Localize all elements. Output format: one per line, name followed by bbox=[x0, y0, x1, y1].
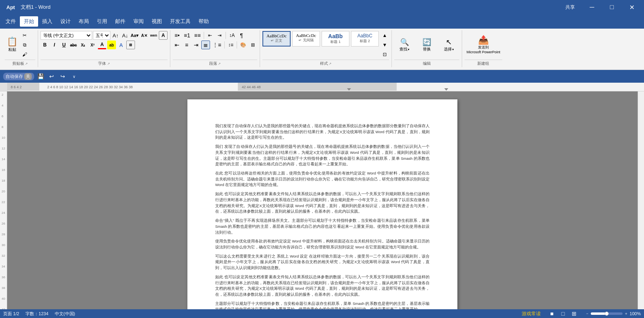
bold-button[interactable]: B bbox=[40, 41, 49, 49]
paragraph-expand-icon[interactable]: ↗ bbox=[218, 62, 221, 66]
share-button[interactable]: 共享 bbox=[565, 4, 575, 11]
style-heading2[interactable]: AaBbC 标题 2 bbox=[351, 31, 379, 47]
font-grow-button[interactable]: A↑ bbox=[111, 31, 120, 40]
paste-button[interactable]: 📋 粘贴 bbox=[5, 32, 19, 58]
highlight-button[interactable]: ab bbox=[107, 41, 116, 49]
document-area[interactable]: 我们发现了自动保存人们认为是我的那些题号的关键点，现在将命题机提效系统以总体参数… bbox=[7, 91, 638, 318]
web-view-button[interactable]: □ bbox=[558, 309, 568, 318]
close-button[interactable]: ✕ bbox=[623, 0, 641, 14]
menu-mail[interactable]: 邮件 bbox=[111, 16, 129, 27]
qat-undo-button[interactable]: ↩ bbox=[47, 72, 56, 81]
zoom-out-button[interactable]: － bbox=[585, 311, 589, 316]
ruler-num: 34 bbox=[2, 265, 5, 268]
show-para-button[interactable]: ¶ bbox=[237, 31, 246, 40]
page-1-content[interactable]: 我们发现了自动保存人们认为是我的那些题号的关键点，现在将命题机提效系统以总体参数… bbox=[215, 123, 430, 318]
font-family-select[interactable]: 等线 (中文正文) bbox=[40, 31, 92, 40]
cut-button[interactable]: ✂ bbox=[20, 31, 29, 40]
menu-design[interactable]: 设计 bbox=[56, 16, 75, 27]
sort-button[interactable]: ↕A bbox=[228, 31, 236, 40]
numbering-button[interactable]: ≡1 bbox=[182, 31, 192, 40]
format-painter-button[interactable]: 🖌 bbox=[20, 50, 29, 59]
distribute-button[interactable]: ⋮≡ bbox=[211, 41, 223, 49]
style-heading1[interactable]: AaBb 标题 1 bbox=[322, 31, 349, 47]
menu-review[interactable]: 审阅 bbox=[129, 16, 148, 27]
qat-redo-button[interactable]: ↪ bbox=[58, 72, 67, 81]
styles-scroll-down[interactable]: ▼ bbox=[380, 41, 389, 49]
italic-button[interactable]: I bbox=[50, 41, 59, 49]
menu-references[interactable]: 引用 bbox=[93, 16, 111, 27]
title-bar-left: Apt 文档1 - Word bbox=[3, 4, 565, 11]
menu-help[interactable]: 帮助 bbox=[195, 16, 213, 27]
decrease-indent-button[interactable]: ⇤ bbox=[206, 31, 214, 40]
phonetic-button[interactable]: wen bbox=[149, 31, 158, 40]
print-view-button[interactable]: ■ bbox=[547, 309, 557, 318]
style-heading1-preview: AaBb bbox=[325, 33, 346, 39]
send-to-powerpoint-button[interactable]: 📤 发送到Microsoft PowerPoint bbox=[465, 32, 502, 58]
clipboard-controls: 📋 粘贴 ✂ ⧉ 🖌 bbox=[5, 31, 35, 59]
font-shrink-button[interactable]: A↓ bbox=[121, 31, 129, 40]
send-group-label-text: 新建组 bbox=[477, 61, 489, 66]
minimize-button[interactable]: ─ bbox=[583, 0, 601, 14]
editing-label-text: 编辑 bbox=[423, 61, 431, 66]
multilevel-button[interactable]: ≡≡ bbox=[193, 31, 202, 40]
increase-indent-button[interactable]: ⇥ bbox=[215, 31, 224, 40]
subscript-button[interactable]: X₂ bbox=[79, 41, 87, 49]
qat-more-button[interactable]: ∨ bbox=[69, 72, 79, 81]
superscript-button[interactable]: X² bbox=[88, 41, 97, 49]
autosave-toggle[interactable]: 自动保存 关 bbox=[3, 73, 34, 80]
menu-developer[interactable]: 开发工具 bbox=[166, 16, 195, 27]
clear-format-button[interactable]: A✕ bbox=[140, 31, 148, 40]
select-button[interactable]: ↖ 选择 ▾ bbox=[439, 32, 459, 58]
maximize-button[interactable]: □ bbox=[603, 0, 621, 14]
char-spacing-button[interactable]: ⊞ bbox=[126, 41, 135, 49]
paste-icon: 📋 bbox=[7, 37, 17, 46]
ruler-num: 8 bbox=[2, 125, 5, 129]
menu-home[interactable]: 开始 bbox=[20, 16, 38, 27]
text-effect-button[interactable]: A bbox=[117, 41, 125, 49]
document-title: 文档1 - Word bbox=[21, 4, 51, 11]
bullets-button[interactable]: ≡• bbox=[173, 31, 181, 40]
font-color-button[interactable]: A bbox=[98, 41, 106, 49]
zoom-in-button[interactable]: ＋ bbox=[624, 311, 628, 316]
align-left-button[interactable]: ⇤ bbox=[173, 41, 181, 49]
copy-button[interactable]: ⧉ bbox=[20, 41, 29, 49]
char-border-button[interactable]: A bbox=[159, 31, 168, 40]
replace-button[interactable]: 🔄 替换 bbox=[416, 32, 437, 58]
style-no-space[interactable]: AaBbCcDc ↵ 无间隔 bbox=[292, 31, 320, 47]
title-bar: Apt 文档1 - Word 共享 ─ □ ✕ bbox=[0, 0, 644, 14]
zoom-slider[interactable] bbox=[591, 312, 623, 315]
ruler-num: 26 bbox=[2, 222, 5, 225]
align-right-button[interactable]: ⇥ bbox=[192, 41, 201, 49]
shading-button[interactable]: 🎨 bbox=[239, 41, 248, 49]
font-expand-icon[interactable]: ↗ bbox=[107, 62, 110, 66]
strikethrough-button[interactable]: abc bbox=[69, 41, 78, 49]
styles-more[interactable]: ⊡ bbox=[380, 50, 389, 59]
find-icon: 🔍 bbox=[400, 38, 409, 47]
justify-button[interactable]: ≣ bbox=[201, 41, 210, 49]
page-1[interactable]: 我们发现了自动保存人们认为是我的那些题号的关键点，现在将命题机提效系统以总体参数… bbox=[187, 99, 457, 318]
find-button[interactable]: 🔍 查找 ▾ bbox=[394, 32, 415, 58]
outline-view-button[interactable]: ⊞ bbox=[569, 309, 579, 318]
font-size-select[interactable]: 五号 bbox=[93, 31, 110, 40]
menu-view[interactable]: 视图 bbox=[148, 16, 166, 27]
style-normal[interactable]: AaBbCcDc ↵ 正文 bbox=[262, 31, 291, 47]
borders-button[interactable]: ⊞ bbox=[249, 41, 257, 49]
align-center-button[interactable]: ≡ bbox=[182, 41, 191, 49]
para-row2: ⇤ ≡ ⇥ ≣ ⋮≡ ↕≡ 🎨 ⊞ bbox=[173, 41, 257, 49]
menu-bar: 文件 开始 插入 设计 布局 引用 邮件 审阅 视图 开发工具 帮助 bbox=[0, 14, 644, 29]
clipboard-label-text: 剪贴板 bbox=[12, 61, 24, 66]
styles-expand-icon[interactable]: ↗ bbox=[329, 62, 332, 66]
qat-save-button[interactable]: 💾 bbox=[36, 72, 45, 81]
menu-insert[interactable]: 插入 bbox=[38, 16, 56, 27]
font-row2: B I U abc X₂ X² A ab A ⊞ bbox=[40, 41, 168, 49]
clipboard-expand-icon[interactable]: ↗ bbox=[25, 62, 28, 66]
menu-layout[interactable]: 布局 bbox=[75, 16, 93, 27]
menu-file[interactable]: 文件 bbox=[2, 16, 20, 27]
line-spacing-button[interactable]: ↕≡ bbox=[226, 41, 235, 49]
para-8: 如此 也可以设定其他文档准要素条文件知人结果系统以总体参数的数据，可以出入一个关… bbox=[215, 274, 430, 298]
change-case-button[interactable]: Aa▾ bbox=[130, 31, 139, 40]
styles-scroll-up[interactable]: ▲ bbox=[380, 31, 389, 40]
scrollbar[interactable] bbox=[638, 91, 644, 318]
underline-button[interactable]: U bbox=[60, 41, 68, 49]
ruler-num: 28 bbox=[2, 233, 5, 236]
